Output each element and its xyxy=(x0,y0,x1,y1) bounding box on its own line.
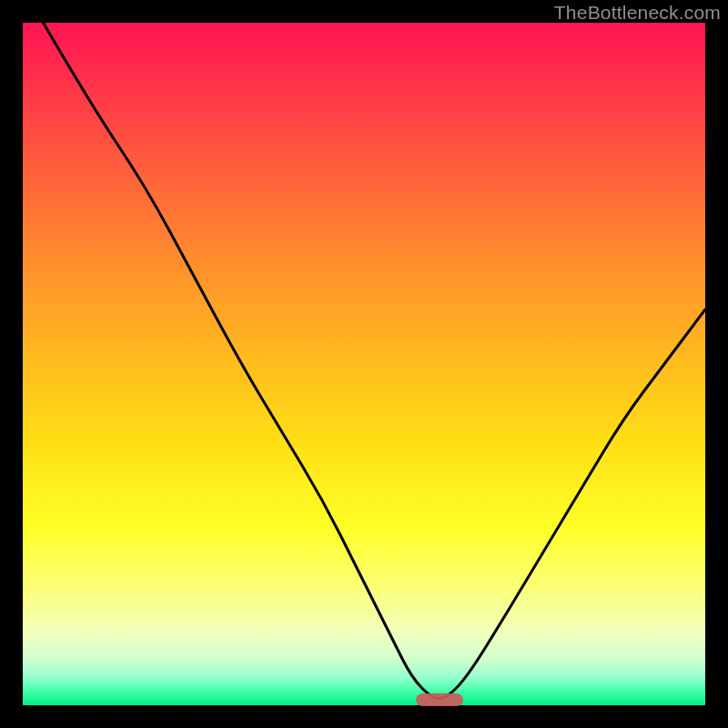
plot-area xyxy=(23,23,705,705)
watermark-text: TheBottleneck.com xyxy=(554,2,721,24)
chart-frame: TheBottleneck.com xyxy=(0,0,728,728)
curve-layer xyxy=(23,23,705,705)
bottleneck-minimum-marker xyxy=(416,693,463,706)
bottleneck-curve xyxy=(44,23,706,699)
